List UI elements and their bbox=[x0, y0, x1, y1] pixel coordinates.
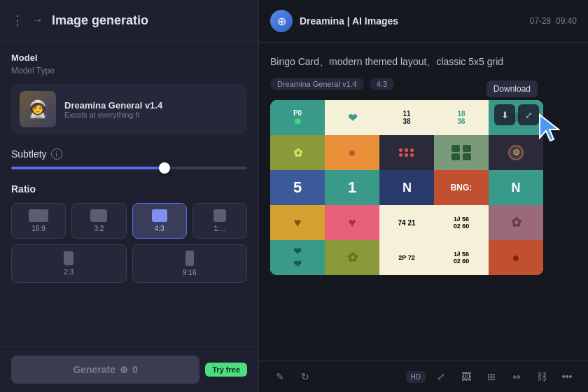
ratio-3-2[interactable]: 3:2 bbox=[71, 203, 126, 239]
left-panel: ⋮ → Image generatio Model Model Type 🧑‍🚀… bbox=[0, 0, 259, 392]
model-tag: Dreamina General v1.4 bbox=[270, 78, 364, 90]
cell-r3c5: N bbox=[489, 170, 543, 205]
cell-r2c4 bbox=[434, 135, 489, 170]
cell-r3c1: 5 bbox=[270, 170, 325, 205]
expand-all-button[interactable]: ⤢ bbox=[431, 367, 451, 386]
cell-r1c1: P0❋ bbox=[270, 100, 325, 135]
cell-r2c3 bbox=[379, 135, 434, 170]
cell-r1c2: ❤ bbox=[325, 100, 379, 135]
ratio-1-1[interactable]: 1:... bbox=[192, 203, 247, 239]
model-type-label: Model Type bbox=[11, 66, 247, 76]
download-tooltip: Download bbox=[486, 80, 538, 97]
refresh-button[interactable]: ↻ bbox=[295, 367, 315, 386]
resize-button[interactable]: ⇔ bbox=[507, 367, 526, 386]
cell-r2c1: ✿ bbox=[270, 135, 325, 170]
cell-r1c3: 1138 bbox=[379, 100, 434, 135]
ratio-text-3-2: 3:2 bbox=[94, 225, 104, 232]
right-panel: ⊕ Dreamina | AI Images 07-28 09:40 Bingo… bbox=[259, 0, 588, 392]
generate-bar: Generate ⊕ 0 Try free bbox=[0, 346, 258, 392]
ratio-icon-16-9 bbox=[29, 209, 48, 222]
cell-r2c5: ⚙ bbox=[489, 135, 543, 170]
cell-r3c3: N bbox=[379, 170, 434, 205]
cell-r4c1: ♥ bbox=[270, 205, 325, 240]
ratio-text-9-16: 9:16 bbox=[183, 269, 196, 276]
more-button[interactable]: ••• bbox=[557, 367, 577, 386]
try-free-badge[interactable]: Try free bbox=[205, 363, 247, 377]
cell-r3c2: 1 bbox=[325, 170, 379, 205]
chat-header: ⊕ Dreamina | AI Images 07-28 09:40 bbox=[259, 0, 588, 43]
ratio-9-16[interactable]: 9:16 bbox=[132, 244, 248, 283]
cell-r5c3: 2P 72 bbox=[379, 240, 434, 275]
ratio-tag: 4:3 bbox=[370, 78, 394, 90]
cell-r4c5: ✿ bbox=[489, 205, 543, 240]
bingo-card-image: P0❋ ❤ 1138 1836 ❋ ✿ ● bbox=[270, 100, 543, 275]
ratio-icon-9-16 bbox=[186, 251, 194, 266]
generate-cost: 0 bbox=[132, 364, 138, 375]
ratio-grid-bottom: 2:3 9:16 bbox=[11, 244, 247, 283]
ratio-16-9[interactable]: 16:9 bbox=[11, 203, 66, 239]
image-wrapper: Download P0❋ ❤ 1138 1836 ❋ bbox=[270, 100, 543, 275]
cursor-arrow bbox=[536, 111, 564, 149]
slider-thumb[interactable] bbox=[159, 162, 170, 174]
cell-r2c2: ● bbox=[325, 135, 379, 170]
arrow-right-icon[interactable]: → bbox=[32, 14, 43, 27]
ratio-text-16-9: 16:9 bbox=[31, 225, 45, 232]
model-thumbnail: 🧑‍🚀 bbox=[20, 91, 56, 127]
cell-r1c4: 1836 bbox=[434, 100, 489, 135]
ratio-text-4-3: 4:3 bbox=[155, 225, 164, 232]
cell-r3c4: BNG: bbox=[434, 170, 489, 205]
ratio-grid-top: 16:9 3:2 4:3 1:... bbox=[11, 203, 247, 239]
ratio-text-2-3: 2:3 bbox=[64, 268, 74, 276]
slider-track bbox=[11, 167, 247, 169]
model-section-label: Model bbox=[11, 52, 247, 63]
generate-button[interactable]: Generate ⊕ 0 bbox=[11, 356, 200, 384]
subtlety-label: Subtlety bbox=[11, 148, 47, 160]
ratio-text-1-1: 1:... bbox=[214, 225, 226, 232]
cell-r4c4: 1∂ 5602 60 bbox=[434, 205, 489, 240]
cell-r5c4: 1∂ 5602 60 bbox=[434, 240, 489, 275]
download-button[interactable]: ⬇ bbox=[494, 104, 515, 125]
cell-r4c2: ♥ bbox=[325, 205, 379, 240]
slider-fill bbox=[11, 167, 164, 169]
header-title: Image generatio bbox=[52, 13, 148, 28]
model-desc: Excels at everything fr bbox=[64, 111, 239, 119]
cell-r5c5: ● bbox=[489, 240, 543, 275]
left-content: Model Model Type 🧑‍🚀 Dreamina General v1… bbox=[0, 41, 258, 392]
left-header: ⋮ → Image generatio bbox=[0, 0, 258, 41]
prompt-text: Bingo Card、modern themed layout、classic … bbox=[270, 54, 577, 69]
ratio-icon-1-1 bbox=[214, 209, 226, 222]
app-name: Dreamina | AI Images bbox=[300, 15, 398, 27]
ratio-icon-3-2 bbox=[90, 209, 107, 222]
hd-tag[interactable]: HD bbox=[406, 371, 426, 383]
ratio-2-3[interactable]: 2:3 bbox=[11, 244, 127, 283]
ratio-label: Ratio bbox=[11, 183, 247, 195]
chat-content: Bingo Card、modern themed layout、classic … bbox=[259, 43, 588, 360]
cell-r4c3: 74 21 bbox=[379, 205, 434, 240]
subtlety-slider[interactable] bbox=[11, 167, 247, 169]
bottom-actions-bar: ✎ ↻ HD ⤢ 🖼 ⊞ ⇔ ⛓ ••• bbox=[259, 360, 588, 392]
crop-button[interactable]: ⊞ bbox=[482, 367, 501, 386]
cell-r5c1: ❤ ❤ bbox=[270, 240, 325, 275]
subtlety-row: Subtlety i bbox=[11, 148, 247, 160]
image-toolbar: ⬇ ⤢ bbox=[494, 104, 539, 125]
model-info: Dreamina General v1.4 Excels at everythi… bbox=[64, 100, 239, 119]
ratio-icon-4-3 bbox=[152, 209, 167, 222]
model-name: Dreamina General v1.4 bbox=[64, 100, 239, 111]
link-button[interactable]: ⛓ bbox=[532, 367, 552, 386]
generate-label: Generate bbox=[73, 364, 115, 375]
generate-icon: ⊕ bbox=[120, 364, 128, 375]
ratio-4-3[interactable]: 4:3 bbox=[132, 203, 187, 239]
edit-button[interactable]: ✎ bbox=[270, 367, 290, 386]
app-logo: ⊕ bbox=[270, 10, 293, 32]
model-card[interactable]: 🧑‍🚀 Dreamina General v1.4 Excels at ever… bbox=[11, 84, 247, 134]
info-icon: i bbox=[51, 148, 62, 160]
menu-icon[interactable]: ⋮ bbox=[11, 13, 24, 28]
svg-marker-0 bbox=[540, 115, 559, 141]
ratio-icon-2-3 bbox=[64, 251, 74, 265]
image-button[interactable]: 🖼 bbox=[456, 367, 476, 386]
chat-datetime: 07-28 09:40 bbox=[530, 16, 577, 26]
cell-r5c2: ✿ bbox=[325, 240, 379, 275]
